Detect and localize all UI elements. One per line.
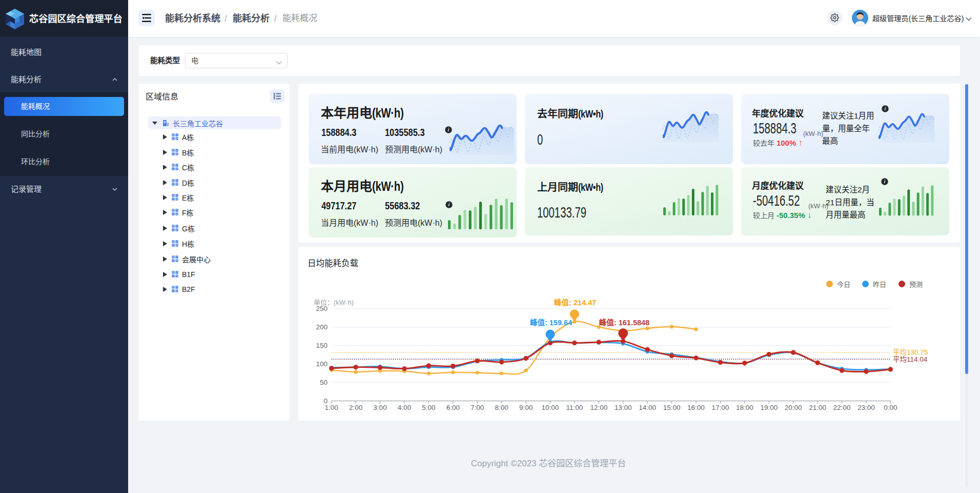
svg-text:23:00: 23:00 (858, 404, 875, 411)
svg-text:12:00: 12:00 (590, 404, 607, 411)
svg-text:50: 50 (320, 379, 328, 386)
svg-text:100: 100 (316, 360, 328, 368)
svg-text:10:00: 10:00 (542, 404, 559, 411)
svg-text:19:00: 19:00 (760, 404, 778, 411)
svg-text:0:00: 0:00 (884, 404, 897, 411)
svg-text:峰值: 161.5848: 峰值: 161.5848 (599, 318, 649, 327)
svg-text:单位：(kW·h): 单位：(kW·h) (314, 299, 354, 306)
svg-text:6:00: 6:00 (446, 404, 460, 411)
svg-text:峰值: 214.47: 峰值: 214.47 (554, 298, 596, 307)
svg-text:13:00: 13:00 (615, 404, 632, 411)
svg-text:11:00: 11:00 (566, 404, 583, 411)
svg-text:22:00: 22:00 (833, 404, 851, 411)
svg-text:平均114.04: 平均114.04 (893, 356, 928, 363)
svg-text:16:00: 16:00 (687, 404, 705, 411)
svg-text:3:00: 3:00 (373, 404, 386, 411)
svg-text:平均130.75: 平均130.75 (893, 348, 928, 356)
svg-text:9:00: 9:00 (519, 404, 533, 411)
svg-text:21:00: 21:00 (809, 404, 826, 411)
svg-text:8:00: 8:00 (495, 404, 508, 411)
svg-text:150: 150 (316, 342, 328, 349)
svg-text:14:00: 14:00 (639, 404, 656, 411)
svg-text:2:00: 2:00 (349, 404, 362, 411)
svg-text:15:00: 15:00 (663, 404, 681, 411)
svg-text:200: 200 (316, 323, 328, 331)
svg-text:7:00: 7:00 (471, 404, 484, 411)
svg-text:4:00: 4:00 (398, 404, 411, 411)
svg-text:5:00: 5:00 (422, 404, 435, 411)
svg-text:18:00: 18:00 (736, 404, 753, 411)
svg-text:峰值: 159.64: 峰值: 159.64 (530, 318, 572, 327)
svg-text:1:00: 1:00 (325, 404, 338, 411)
svg-text:20:00: 20:00 (785, 404, 802, 411)
svg-text:17:00: 17:00 (712, 404, 729, 411)
